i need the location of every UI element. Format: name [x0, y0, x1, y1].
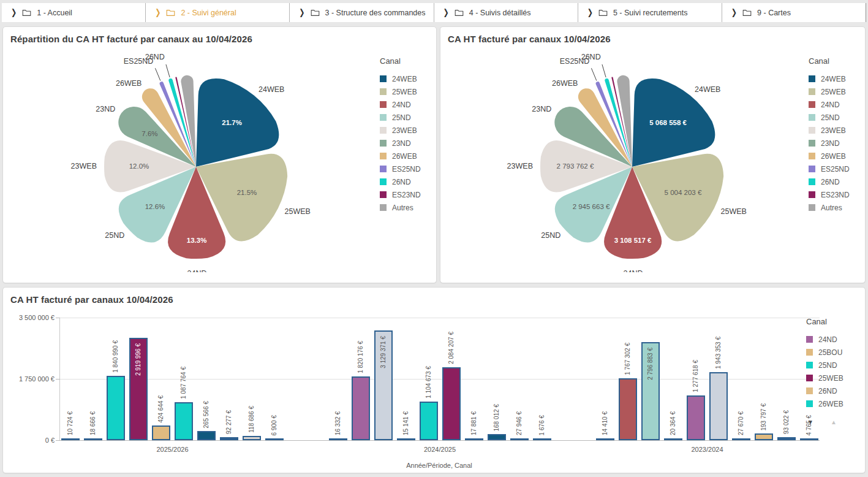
- bar[interactable]: [152, 425, 170, 440]
- folder-icon: [22, 9, 31, 17]
- bar[interactable]: [84, 438, 102, 440]
- folder-icon: [598, 9, 608, 17]
- bar-cell: 17 881 €: [465, 318, 483, 440]
- legend-swatch: [809, 191, 815, 198]
- legend-item-25ND[interactable]: 25ND: [809, 111, 859, 124]
- legend-scroll-up-icon[interactable]: ▲: [831, 419, 837, 425]
- legend-item-24ND[interactable]: 24ND: [380, 98, 430, 111]
- bar[interactable]: [61, 438, 80, 440]
- legend-swatch: [809, 114, 815, 121]
- legend-item-25WEB[interactable]: 25WEB: [806, 372, 856, 384]
- bar-cell: 20 364 €: [664, 318, 682, 440]
- legend-item-26ND[interactable]: 26ND: [380, 175, 430, 188]
- bar[interactable]: [709, 372, 728, 440]
- bar[interactable]: [442, 367, 461, 440]
- legend-item-26WEB[interactable]: 26WEB: [380, 150, 430, 162]
- bar[interactable]: [107, 376, 125, 440]
- legend-swatch: [380, 88, 387, 95]
- bar[interactable]: [777, 437, 796, 440]
- bar-cell: 27 946 €: [510, 318, 529, 440]
- legend-item-23WEB[interactable]: 23WEB: [809, 124, 859, 137]
- bar[interactable]: [352, 376, 370, 440]
- legend-label: 23WEB: [392, 126, 417, 135]
- bar[interactable]: [732, 438, 750, 440]
- bar[interactable]: [619, 378, 637, 440]
- label-leader-line: [602, 64, 606, 77]
- legend-swatch: [806, 387, 813, 394]
- bar[interactable]: [510, 438, 529, 440]
- legend-item-ES25ND[interactable]: ES25ND: [380, 162, 430, 175]
- bar-group-2025-2026: 10 724 €18 666 €1 840 990 €2 919 996 €42…: [61, 318, 284, 440]
- legend-item-24WEB[interactable]: 24WEB: [809, 72, 859, 85]
- bar[interactable]: [800, 438, 818, 440]
- x-axis-group-label: 2024/2025: [329, 446, 551, 453]
- legend-label: 24WEB: [392, 75, 417, 83]
- bar[interactable]: [465, 438, 483, 440]
- legend-item-25ND[interactable]: 25ND: [806, 359, 856, 372]
- legend-item-25WEB[interactable]: 25WEB: [380, 85, 430, 98]
- bar[interactable]: [488, 434, 506, 440]
- bar[interactable]: [596, 438, 614, 440]
- tab-2-suivi-g-n-ral[interactable]: ❯2 - Suivi général: [146, 3, 290, 22]
- bar[interactable]: [243, 436, 261, 440]
- legend-item-25BOU[interactable]: 25BOU: [806, 346, 856, 359]
- pie-value-label: 7.6%: [142, 130, 157, 137]
- legend-item-23ND[interactable]: 23ND: [380, 137, 430, 150]
- tab-5-suivi-recrutements[interactable]: ❯5 - Suivi recrutements: [578, 3, 722, 22]
- tab-4-suivis-d-taill-s[interactable]: ❯4 - Suivis détaillés: [434, 3, 578, 22]
- tab-9-cartes[interactable]: ❯9 - Cartes: [722, 3, 866, 22]
- legend-label: 25WEB: [818, 374, 843, 383]
- bar[interactable]: [755, 433, 773, 440]
- chevron-right-icon: ❯: [11, 7, 17, 17]
- bar[interactable]: [687, 395, 705, 440]
- legend-swatch: [380, 75, 387, 82]
- legend-item-ES25ND[interactable]: ES25ND: [809, 162, 859, 175]
- tab-label: 5 - Suivi recrutements: [613, 9, 688, 17]
- pie-slice-label: 24ND: [624, 269, 643, 272]
- legend-item-24WEB[interactable]: 24WEB: [380, 72, 430, 85]
- bar-value-label: 424 644 €: [157, 395, 165, 423]
- legend-item-ES23ND[interactable]: ES23ND: [809, 188, 859, 201]
- bar[interactable]: [329, 438, 347, 440]
- bar[interactable]: [664, 438, 682, 440]
- folder-icon: [455, 9, 464, 17]
- folder-icon: [311, 9, 320, 17]
- bar[interactable]: [397, 438, 415, 440]
- bar[interactable]: [220, 437, 238, 440]
- bar-card: CA HT facturé par canaux 10/04/2026 3 50…: [2, 287, 866, 473]
- legend-item-24ND[interactable]: 24ND: [806, 333, 856, 346]
- legend-item-ES23ND[interactable]: ES23ND: [380, 188, 430, 201]
- bar-cell: 118 686 €: [243, 318, 261, 440]
- legend-item-Autres[interactable]: Autres: [809, 201, 859, 214]
- legend-item-23WEB[interactable]: 23WEB: [380, 124, 430, 137]
- bar[interactable]: [175, 402, 193, 440]
- legend-item-26ND[interactable]: 26ND: [806, 384, 856, 397]
- pie-card-values: CA HT facturé par canaux 10/04/2026 5 06…: [440, 26, 866, 283]
- chevron-right-icon: ❯: [587, 7, 593, 17]
- tab-3-structure-des-commandes[interactable]: ❯3 - Structure des commandes: [290, 3, 434, 22]
- legend-item-25ND[interactable]: 25ND: [380, 111, 430, 124]
- legend-item-Autres[interactable]: Autres: [380, 201, 430, 214]
- legend-item-23ND[interactable]: 23ND: [809, 137, 859, 150]
- legend-item-24ND[interactable]: 24ND: [809, 98, 859, 111]
- bar-cell: 1 676 €: [533, 318, 551, 440]
- bar[interactable]: [197, 431, 216, 440]
- legend-label: 26WEB: [821, 152, 846, 161]
- legend-item-26ND[interactable]: 26ND: [809, 175, 859, 188]
- bar-legend: Canal 24ND25BOU25ND25WEB26ND26WEB ▼ ▲: [806, 317, 856, 425]
- legend-label: 25ND: [818, 361, 837, 370]
- legend-item-26WEB[interactable]: 26WEB: [809, 150, 859, 162]
- bar[interactable]: [533, 438, 551, 440]
- legend-item-25WEB[interactable]: 25WEB: [809, 85, 859, 98]
- legend-item-26WEB[interactable]: 26WEB: [806, 397, 856, 410]
- y-tickmark: [56, 440, 60, 441]
- pie-value-label: 3 108 517 €: [614, 237, 652, 244]
- bar[interactable]: [420, 402, 438, 440]
- chevron-right-icon: ❯: [443, 7, 449, 17]
- bar[interactable]: [265, 438, 284, 440]
- legend-scroll: ▼ ▲: [807, 419, 856, 425]
- pie-slice-label: 25WEB: [285, 207, 311, 216]
- bar-cell: 1 277 618 €: [687, 318, 705, 440]
- tab-1-accueil[interactable]: ❯1 - Accueil: [2, 3, 146, 22]
- pie-legend-right: Canal 24WEB25WEB24ND25ND23WEB23ND26WEBES…: [809, 56, 859, 214]
